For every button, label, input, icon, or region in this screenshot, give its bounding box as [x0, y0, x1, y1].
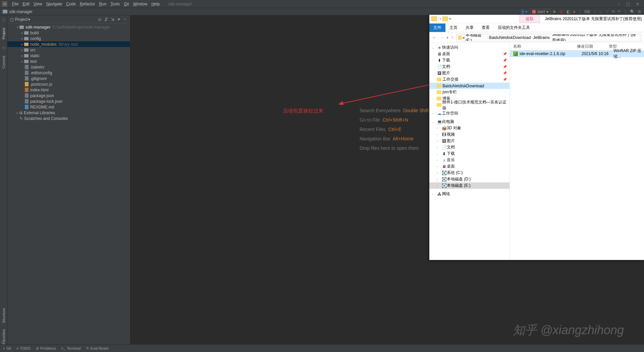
side-item[interactable]: ›🖼图片 [429, 138, 509, 144]
maximize-icon[interactable]: ▢ [626, 2, 630, 6]
side-item[interactable]: ›📄文档 [429, 144, 509, 150]
side-item[interactable]: 📄文档📌 [429, 63, 509, 70]
tree-file[interactable]: .gitignore [7, 76, 130, 81]
tool-window-handle-icon[interactable]: ▢ [1, 339, 6, 344]
tree-folder-node-modules[interactable]: ▸node_moduleslibrary root [7, 41, 130, 47]
path-segment[interactable]: JetBrains [533, 35, 550, 40]
qat-chevron-icon[interactable]: ▾ [449, 16, 451, 21]
side-item[interactable]: 🖼图片📌 [429, 70, 509, 76]
tree-folder-static[interactable]: ▸static [7, 53, 130, 58]
project-header-label[interactable]: Project [15, 17, 28, 22]
tree-folder-test[interactable]: ▸test [7, 58, 130, 64]
tree-file[interactable]: index.html [7, 87, 130, 93]
nav-back-icon[interactable]: ← [432, 35, 437, 40]
close-icon[interactable]: ✕ [636, 2, 639, 6]
expand-all-icon[interactable]: ⇵ [103, 17, 109, 22]
column-date[interactable]: 修改日期 [577, 44, 609, 49]
collapse-all-icon[interactable]: ⇲ [109, 17, 116, 22]
tree-folder-src[interactable]: ▸src [7, 47, 130, 53]
git-history-icon[interactable]: ⟲ [611, 9, 615, 14]
tree-folder-build[interactable]: ▸build [7, 30, 130, 36]
tree-file[interactable]: package.json [7, 93, 130, 98]
tree-file[interactable]: package-lock.json [7, 98, 130, 104]
run-button[interactable] [553, 10, 556, 13]
menu-file[interactable]: File [10, 2, 20, 6]
address-bar[interactable]: « 本地磁盘 (E:)› BaiduNetdiskDownload› JetBr… [456, 34, 642, 41]
ribbon-tab-home[interactable]: 主页 [445, 24, 462, 32]
ribbon-tab-view[interactable]: 查看 [478, 24, 494, 32]
tree-root[interactable]: ▾sdk-managerC:\soft\ideaProject\sdk-mana… [7, 24, 130, 30]
side-item[interactable]: ›📦3D 对象 [429, 125, 509, 131]
side-item[interactable]: ›💽系统 (C:) [429, 170, 509, 176]
side-workspace[interactable]: ›☁工作空间 [429, 110, 509, 117]
tree-file[interactable]: README.md [7, 104, 130, 110]
ribbon-tab-compressed[interactable]: 压缩的文件夹工具 [494, 24, 534, 32]
breadcrumb-root[interactable]: sdk-manager [9, 9, 33, 14]
select-opened-file-icon[interactable]: ⊙ [97, 17, 103, 22]
tree-file[interactable]: .editorconfig [7, 70, 130, 76]
git-rollback-icon[interactable]: ↶ [618, 9, 621, 14]
run-configuration-selector[interactable]: start ▾ [530, 9, 550, 15]
ribbon-tab-share[interactable]: 共享 [462, 24, 478, 32]
side-item[interactable]: ›♪音乐 [429, 157, 509, 163]
menu-refactor[interactable]: Refactor [78, 2, 97, 6]
side-item[interactable]: ›⬇下载 [429, 150, 509, 157]
tree-external-libraries[interactable]: ▸⧉External Libraries [7, 110, 130, 116]
file-explorer-window[interactable]: ▫ ▾ 提取 JetBrains 20201以下版本 无限重置试用补丁(推荐使用… [429, 15, 644, 260]
settings-icon[interactable]: ⚙ [638, 9, 641, 14]
side-item[interactable]: ›🖥桌面 [429, 163, 509, 170]
side-item[interactable]: 工作交接📌 [429, 76, 509, 83]
tree-scratches[interactable]: ✎Scratches and Consoles [7, 116, 130, 121]
menu-view[interactable]: View [32, 2, 44, 6]
bottom-tab-git[interactable]: ⍿Git [3, 346, 11, 350]
hide-panel-icon[interactable]: − [122, 17, 127, 22]
ribbon-tab-file[interactable]: 文件 [429, 24, 445, 32]
file-list-item[interactable]: ide-eval-resetter-2.1.6.zip 2021/5/6 10:… [510, 50, 644, 57]
side-item[interactable]: 附件1-接口技术规范文档—实名认证版 [429, 102, 509, 108]
path-segment[interactable]: BaiduNetdiskDownload [489, 35, 531, 40]
menu-tools[interactable]: Tools [108, 2, 122, 6]
column-name[interactable]: 名称 [513, 44, 577, 49]
git-commit-icon[interactable]: ↙ [599, 9, 603, 14]
settings-gear-icon[interactable]: ✦ [116, 17, 122, 22]
minimize-icon[interactable]: − [618, 2, 620, 6]
tree-file[interactable]: .babelrc [7, 64, 130, 70]
side-item[interactable]: ›💽本地磁盘 (D:) [429, 176, 509, 182]
bottom-tab-todo[interactable]: ≡TODO [16, 346, 31, 350]
user-add-icon[interactable]: 👤▾ [520, 9, 527, 14]
explorer-folder-icon[interactable] [431, 16, 437, 21]
commit-tab-icon[interactable]: ◇ [2, 45, 5, 50]
side-quick-access[interactable]: ⌄★快速访问 [429, 44, 509, 51]
git-update-icon[interactable]: ✓ [593, 9, 597, 14]
explorer-folder-icon[interactable] [442, 16, 448, 21]
bottom-tab-eval-reset[interactable]: ↻Eval Reset [86, 346, 108, 351]
side-item[interactable]: ›💽本地磁盘 (E:) [429, 182, 509, 189]
side-this-pc[interactable]: ⌄💻此电脑 [429, 119, 509, 125]
path-segment[interactable]: JetBrains 20201以下版本 无限重置试用补丁(推荐使用) [552, 34, 640, 41]
path-segment[interactable]: 本地磁盘 (E:) [466, 34, 487, 41]
bottom-tab-terminal[interactable]: >_Terminal [61, 346, 81, 350]
side-item[interactable]: jvm专栏 [429, 89, 509, 95]
menu-edit[interactable]: Edit [20, 2, 32, 6]
search-icon[interactable]: 🔍 [630, 9, 635, 14]
menu-git[interactable]: Git [122, 2, 131, 6]
stop-button[interactable]: ■ [573, 9, 575, 14]
menu-code[interactable]: Code [64, 2, 78, 6]
nav-forward-icon[interactable]: → [439, 35, 444, 40]
side-item[interactable]: ›🎞视频 [429, 131, 509, 138]
menu-navigate[interactable]: Navigate [44, 2, 64, 6]
menu-window[interactable]: Window [131, 2, 150, 6]
project-tab-icon[interactable]: ▢ [2, 17, 5, 22]
coverage-button[interactable]: ◧ [567, 9, 570, 14]
debug-button[interactable]: 🐞 [559, 9, 564, 14]
nav-up-icon[interactable]: ↑ [451, 35, 453, 40]
extract-contextual-tab[interactable]: 提取 [519, 15, 540, 23]
side-network[interactable]: ›🖧网络 [429, 191, 509, 197]
git-push-icon[interactable]: ↗ [605, 9, 609, 14]
tab-structure[interactable]: Structure [2, 308, 6, 323]
bottom-tab-problems[interactable]: ⊘Problems [36, 346, 56, 351]
menu-help[interactable]: Help [149, 2, 162, 6]
nav-history-icon[interactable]: ▾ [447, 36, 448, 39]
tab-project[interactable]: Project [2, 28, 6, 39]
side-item[interactable]: BaiduNetdiskDownload [429, 83, 509, 89]
